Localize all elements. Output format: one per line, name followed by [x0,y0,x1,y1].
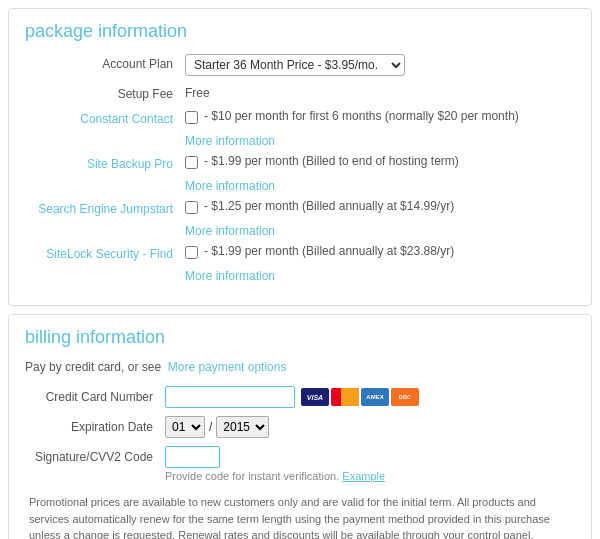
site-backup-checkbox[interactable] [185,156,198,169]
constant-contact-more-link[interactable]: More information [185,134,275,148]
mastercard-icon [331,388,359,406]
expiration-date-label: Expiration Date [25,420,165,434]
constant-contact-checkbox-row: - $10 per month for first 6 months (norm… [185,109,575,124]
cvv-row: Signature/CVV2 Code Provide code for ins… [25,446,575,482]
site-backup-row: Site Backup Pro - $1.99 per month (Bille… [25,154,575,171]
cvv-value: Provide code for instant verification. E… [165,446,385,482]
cvv-note: Provide code for instant verification. E… [165,470,385,482]
seo-more-row: More information [25,224,575,238]
seo-value: - $1.25 per month (Billed annually at $1… [185,199,575,214]
site-backup-label: Site Backup Pro [25,154,185,171]
package-info-section: package information Account Plan Starter… [8,8,592,306]
expiration-date-value: 01020304 05060708 09101112 / 20152016201… [165,416,269,438]
constant-contact-row: Constant Contact - $10 per month for fir… [25,109,575,126]
account-plan-row: Account Plan Starter 36 Month Price - $3… [25,54,575,76]
constant-contact-more-row: More information [25,134,575,148]
site-backup-value: - $1.99 per month (Billed to end of host… [185,154,575,169]
cvv-input[interactable] [165,446,220,468]
expiration-date-row: Expiration Date 01020304 05060708 091011… [25,416,575,438]
sitelock-desc: - $1.99 per month (Billed annually at $2… [204,244,454,258]
setup-fee-value: Free [185,84,575,100]
discover-icon: DISC [391,388,419,406]
credit-card-label: Credit Card Number [25,390,165,404]
more-payment-options-link[interactable]: More payment options [168,360,287,374]
sitelock-value: - $1.99 per month (Billed annually at $2… [185,244,575,259]
constant-contact-more-indent [25,134,185,148]
expiry-month-select[interactable]: 01020304 05060708 09101112 [165,416,205,438]
seo-more-indent [25,224,185,238]
sitelock-more-indent [25,269,185,283]
site-backup-more-row: More information [25,179,575,193]
seo-label: Search Engine Jumpstart [25,199,185,216]
constant-contact-checkbox[interactable] [185,111,198,124]
account-plan-value: Starter 36 Month Price - $3.95/mo. [185,54,575,76]
account-plan-select[interactable]: Starter 36 Month Price - $3.95/mo. [185,54,405,76]
site-backup-checkbox-row: - $1.99 per month (Billed to end of host… [185,154,575,169]
cvv-label: Signature/CVV2 Code [25,446,165,464]
visa-icon: VISA [301,388,329,406]
pay-by-text: Pay by credit card, or see More payment … [25,360,575,374]
cvv-example-link[interactable]: Example [342,470,385,482]
credit-card-value: VISA AMEX DISC [165,386,419,408]
promo-text: Promotional prices are available to new … [25,494,575,539]
seo-desc: - $1.25 per month (Billed annually at $1… [204,199,454,213]
pay-by-label: Pay by credit card, or see [25,360,161,374]
site-backup-more-indent [25,179,185,193]
site-backup-more-link[interactable]: More information [185,179,275,193]
sitelock-row: SiteLock Security - Find - $1.99 per mon… [25,244,575,261]
sitelock-more-link[interactable]: More information [185,269,275,283]
constant-contact-value: - $10 per month for first 6 months (norm… [185,109,575,124]
seo-more-link[interactable]: More information [185,224,275,238]
credit-card-row: Credit Card Number VISA AMEX DISC [25,386,575,408]
billing-info-title: billing information [25,327,575,348]
expiry-separator: / [209,420,212,434]
card-icons: VISA AMEX DISC [301,388,419,406]
account-plan-label: Account Plan [25,54,185,71]
constant-contact-label: Constant Contact [25,109,185,126]
package-info-title: package information [25,21,575,42]
seo-row: Search Engine Jumpstart - $1.25 per mont… [25,199,575,216]
cvv-note-text: Provide code for instant verification. [165,470,339,482]
sitelock-checkbox-row: - $1.99 per month (Billed annually at $2… [185,244,575,259]
credit-card-input[interactable] [165,386,295,408]
sitelock-label: SiteLock Security - Find [25,244,185,261]
setup-fee-label: Setup Fee [25,84,185,101]
expiry-year-select[interactable]: 2015201620172018 2019202020212022 [216,416,269,438]
amex-icon: AMEX [361,388,389,406]
sitelock-more-row: More information [25,269,575,283]
sitelock-checkbox[interactable] [185,246,198,259]
billing-info-section: billing information Pay by credit card, … [8,314,592,539]
site-backup-desc: - $1.99 per month (Billed to end of host… [204,154,459,168]
setup-fee-row: Setup Fee Free [25,84,575,101]
seo-checkbox[interactable] [185,201,198,214]
seo-checkbox-row: - $1.25 per month (Billed annually at $1… [185,199,575,214]
constant-contact-desc: - $10 per month for first 6 months (norm… [204,109,519,123]
